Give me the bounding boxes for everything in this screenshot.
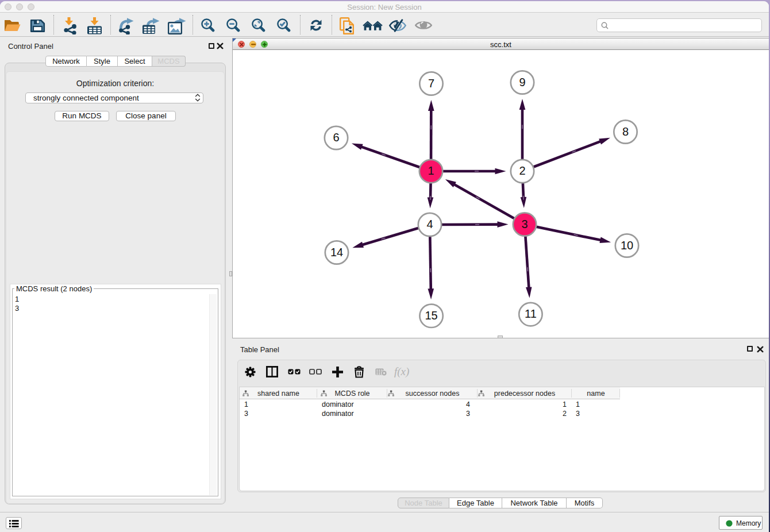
svg-text:7: 7 bbox=[428, 77, 434, 90]
svg-text:9: 9 bbox=[519, 76, 525, 88]
svg-text:8: 8 bbox=[622, 125, 629, 138]
svg-text:11: 11 bbox=[525, 307, 537, 320]
svg-text:3: 3 bbox=[521, 218, 528, 230]
svg-text:2: 2 bbox=[519, 164, 525, 177]
svg-text:14: 14 bbox=[330, 246, 343, 259]
svg-text:15: 15 bbox=[425, 309, 437, 322]
svg-text:6: 6 bbox=[333, 131, 339, 144]
svg-text:10: 10 bbox=[621, 239, 633, 252]
svg-text:1: 1 bbox=[428, 164, 434, 177]
svg-text:4: 4 bbox=[426, 218, 433, 230]
